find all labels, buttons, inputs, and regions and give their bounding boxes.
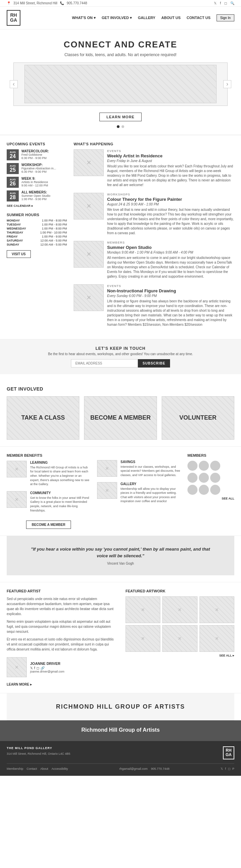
learn-more-button[interactable]: LEARN MORE [100, 113, 141, 121]
footer-email: rhgamail@gmail.com [119, 767, 148, 770]
facebook-icon[interactable]: f [220, 1, 221, 5]
search-icon[interactable]: 🔍 [230, 1, 234, 5]
hours-saturday: SATURDAY 12:00 AM - 5:00 PM [7, 239, 67, 242]
artist-instagram-icon[interactable]: ◻ [36, 666, 39, 670]
logo-line2: GA [10, 18, 17, 23]
slider-dots [14, 125, 227, 128]
featured-artist: FEATURED ARTIST Sed ut perspiciatis unde… [7, 589, 115, 686]
whats-happening-title: WHAT'S HAPPENING [74, 142, 234, 146]
newsletter-subtitle: Be the first to hear about events, works… [7, 352, 234, 356]
avatar-7 [187, 485, 197, 495]
event-card-3-inner: MEMBERS Summer Open Studio Mondays 9:00 … [74, 241, 234, 279]
avatar-6 [210, 473, 220, 483]
mb-right: MEMBERS SEE ALL [187, 454, 234, 529]
artist-facebook-icon[interactable]: f [34, 666, 35, 670]
avatar-1 [187, 461, 197, 471]
benefit-gallery-text: GALLERY Membership will allow you to dis… [121, 482, 181, 503]
join-banner: Richmond Hill Group of Artists [7, 693, 234, 720]
footer-instagram-icon[interactable]: ◻ [228, 767, 230, 770]
see-all-members-link[interactable]: SEE ALL [187, 497, 234, 500]
logo[interactable]: RH GA [7, 10, 20, 26]
event-image-2 [74, 193, 104, 219]
artist-info: JOANNE DRIVER 𝕏 f ◻ 🔗 joanne.driver@gmai… [7, 657, 115, 677]
quote-text: "If you hear a voice within you say 'you… [27, 546, 214, 559]
member-benefits-title: MEMBER BENEFITS [7, 454, 90, 457]
hours-sunday: SUNDAY 12:00 AM - 5:00 PM [7, 243, 67, 246]
artwork-1[interactable] [126, 596, 160, 623]
featured-artist-body3: Et vero ea et accusamus et iusto odio di… [7, 637, 115, 652]
get-involved-title: GET INVOLVED [7, 386, 234, 392]
footer-contact-link[interactable]: Contact [27, 767, 37, 770]
join-banner-title: Richmond Hill Group of Artists [17, 703, 224, 710]
featured-artwork-title: FEATURED ARTWORK [126, 589, 234, 593]
nav-get-involved[interactable]: GET INVOLVED ▾ [102, 16, 132, 20]
instagram-icon[interactable]: ◻ [224, 1, 227, 5]
footer-logo[interactable]: RH GA [223, 746, 234, 759]
nav-gallery[interactable]: GALLERY [138, 16, 155, 20]
slider-arrow-right[interactable]: › [223, 80, 231, 88]
twitter-icon[interactable]: 𝕏 [214, 1, 217, 5]
avatar-row-1 [187, 461, 234, 471]
nav-about[interactable]: ABOUT US [161, 16, 181, 20]
artist-link-icon[interactable]: 🔗 [41, 666, 45, 670]
featured-artist-body1: Sed ut perspiciatis unde omnis iste natu… [7, 596, 115, 616]
avatar-9 [210, 485, 220, 495]
become-member-button[interactable]: BECOME A MEMBER [26, 521, 71, 529]
take-a-class-card[interactable]: TAKE A CLASS [7, 396, 79, 440]
member-benefits-section: MEMBER BENEFITS LEARNING The Richmond Hi… [0, 447, 241, 535]
event-info-4: ALL MEMBERS: Summer Open Studio 1:00 PM … [21, 190, 51, 202]
see-all-artwork-link[interactable]: SEE ALL ▸ [126, 654, 234, 657]
address-text: 314 Mill Street, Richmond Hill [14, 1, 57, 5]
signin-button[interactable]: Sign In [217, 14, 234, 21]
nav-contact[interactable]: CONTACT US [187, 16, 211, 20]
visit-us-button[interactable]: VISIT US [7, 250, 31, 258]
main-content: UPCOMING EVENTS AUG 24 WATERCOLOUR: Fred… [0, 135, 241, 339]
member-avatars [187, 461, 234, 495]
right-column: WHAT'S HAPPENING EVENTS Weekly Artist in… [74, 142, 234, 333]
footer-pinterest-icon[interactable]: P [232, 767, 234, 770]
dark-footer: Richmond Hill Group of Artists [0, 720, 241, 741]
newsletter-email-input[interactable] [71, 359, 138, 368]
slider-arrow-left[interactable]: ‹ [10, 80, 18, 88]
volunteer-card[interactable]: VOLUNTEER [162, 396, 234, 440]
event-text-4: EVENTS Non-Instructional Figure Drawing … [107, 284, 234, 327]
artist-name: JOANNE DRIVER [30, 661, 64, 665]
nav-whats-on[interactable]: WHAT'S ON ▾ [72, 16, 96, 20]
top-bar-social: 𝕏 f ◻ 🔍 [214, 1, 234, 5]
dot-2[interactable] [122, 125, 124, 128]
featured-artist-body2: Nemo enim ipsam voluptatem quia voluptas… [7, 619, 115, 634]
footer-accessibility-link[interactable]: Accessibility [52, 767, 68, 770]
members-title: MEMBERS [187, 454, 234, 457]
slider-image [24, 65, 217, 103]
footer-contact-info: rhgamail@gmail.com 905.770.7448 [119, 767, 169, 770]
subscribe-button[interactable]: SUBSCRIBE [138, 359, 170, 368]
footer-address-col: THE MILL POND GALLERY 314 Mill Street, R… [7, 746, 78, 759]
see-calendar-link[interactable]: SEE CALENDAR ▸ [7, 204, 67, 208]
footer-social: 𝕏 f ◻ P [221, 767, 234, 770]
artist-twitter-icon[interactable]: 𝕏 [30, 666, 33, 670]
top-bar-address: 📍 314 Mill Street, Richmond Hill 📞 905.7… [7, 1, 87, 5]
learn-more-link[interactable]: LEARN MORE ▸ [7, 683, 115, 686]
artwork-2[interactable] [162, 596, 197, 623]
avatar-4 [187, 473, 197, 483]
event-item-1: AUG 24 WATERCOLOUR: Fred Goldstone 6:30 … [7, 149, 67, 160]
benefit-learning-text: LEARNING The Richmond Hill Group of Arti… [30, 461, 90, 487]
location-icon: 📍 [7, 1, 11, 5]
footer-facebook-icon[interactable]: f [225, 767, 226, 770]
hours-tuesday: TUESDAY 1:00 PM - 8:00 PM [7, 223, 67, 226]
get-involved-section: GET INVOLVED TAKE A CLASS BECOME A MEMBE… [0, 379, 241, 446]
artwork-4[interactable] [126, 625, 160, 652]
artwork-6[interactable] [199, 625, 234, 652]
footer-membership-link[interactable]: Membership [7, 767, 23, 770]
dot-1[interactable] [117, 125, 119, 128]
newsletter-section: LET'S KEEP IN TOUCH Be the first to hear… [0, 339, 241, 374]
artwork-5[interactable] [162, 625, 197, 652]
avatar-5 [199, 473, 209, 483]
hero-subtitle: Classes for kids, teens, and adults. No … [14, 53, 227, 57]
footer-about-link[interactable]: About [41, 767, 49, 770]
become-a-member-card[interactable]: BECOME A MEMBER [84, 396, 157, 440]
event-date-aug25: AUG 25 [7, 163, 19, 174]
artwork-3[interactable] [199, 596, 234, 623]
benefit-community: COMMUNITY Get to know the folks in your … [7, 491, 90, 513]
footer-twitter-icon[interactable]: 𝕏 [221, 767, 223, 770]
